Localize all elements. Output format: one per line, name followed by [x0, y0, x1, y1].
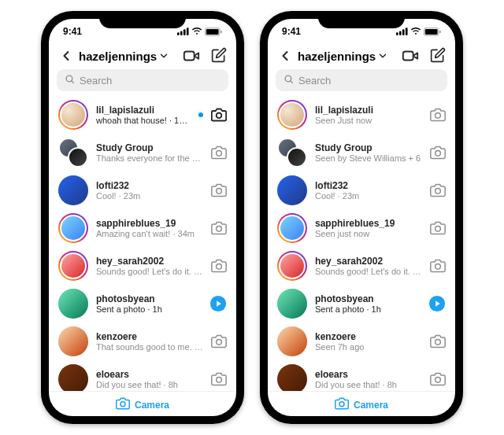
avatar[interactable]	[277, 100, 307, 130]
svg-rect-22	[399, 31, 402, 35]
thread-row[interactable]: lil_lapislazuli whoah that house! · 10m	[49, 96, 236, 134]
avatar[interactable]	[277, 175, 307, 205]
video-call-button[interactable]	[183, 47, 200, 65]
avatar[interactable]	[58, 289, 88, 319]
thread-preview: Thanks everyone for the help · 15m	[96, 153, 203, 163]
thread-list[interactable]: lil_lapislazuli Seen Just now Study Grou…	[268, 96, 455, 391]
battery-icon	[424, 28, 441, 36]
thread-preview: Sounds good! Let's do it. · 45m	[96, 267, 203, 276]
play-icon[interactable]	[209, 295, 227, 312]
account-switcher[interactable]: hazeljennings	[298, 50, 388, 63]
avatar[interactable]	[58, 138, 88, 168]
thread-row[interactable]: photosbyean Sent a photo · 1h	[268, 285, 455, 323]
svg-rect-27	[439, 30, 440, 33]
svg-point-33	[435, 151, 441, 157]
avatar[interactable]	[277, 138, 307, 168]
status-time: 9:41	[63, 26, 82, 37]
thread-row[interactable]: kenzoere That sounds good to me. · 6h	[49, 323, 236, 360]
thread-row[interactable]: Study Group Seen by Steve Williams + 6	[268, 134, 455, 171]
svg-rect-21	[396, 32, 398, 35]
camera-icon[interactable]	[430, 145, 446, 160]
thread-row[interactable]: sapphireblues_19 Amazing can't wait! · 3…	[49, 209, 236, 247]
thread-row[interactable]: eloears Did you see that! · 8h	[49, 360, 236, 391]
thread-row[interactable]: sapphireblues_19 Seen just now	[268, 209, 455, 247]
avatar[interactable]	[58, 100, 88, 130]
thread-row[interactable]: lofti232 Cool! · 23m	[49, 171, 236, 209]
notch	[318, 11, 405, 28]
search-input[interactable]: Search	[276, 69, 447, 91]
camera-icon[interactable]	[430, 182, 446, 198]
phone-frame: 9:41 hazeljennings	[41, 11, 244, 424]
thread-list[interactable]: lil_lapislazuli whoah that house! · 10m …	[49, 96, 236, 391]
svg-rect-2	[183, 29, 186, 35]
avatar[interactable]	[277, 364, 307, 391]
thread-preview: Did you see that! · 8h	[315, 380, 422, 389]
thread-row[interactable]: lil_lapislazuli Seen Just now	[268, 96, 455, 134]
thread-row[interactable]: hey_sarah2002 Sounds good! Let's do it. …	[49, 247, 236, 285]
thread-preview: Did you see that! · 8h	[96, 380, 203, 389]
thread-row[interactable]: kenzoere Seen 7h ago	[268, 323, 455, 360]
compose-button[interactable]	[430, 47, 446, 65]
camera-icon[interactable]	[430, 220, 446, 236]
compose-button[interactable]	[211, 47, 227, 65]
thread-row[interactable]: Study Group Thanks everyone for the help…	[49, 134, 236, 171]
thread-row[interactable]: hey_sarah2002 Sounds good! Let's do it. …	[268, 247, 455, 285]
account-name: hazeljennings	[298, 50, 376, 63]
thread-preview: Sent a photo · 1h	[315, 304, 421, 314]
camera-icon[interactable]	[430, 371, 446, 387]
camera-icon[interactable]	[211, 334, 227, 349]
thread-row[interactable]: photosbyean Sent a photo · 1h	[49, 285, 236, 323]
account-switcher[interactable]: hazeljennings	[79, 50, 169, 63]
camera-icon[interactable]	[211, 107, 227, 123]
thread-name: lofti232	[315, 180, 422, 191]
svg-rect-6	[220, 30, 221, 33]
search-placeholder: Search	[298, 75, 331, 87]
avatar[interactable]	[58, 213, 88, 243]
camera-label: Camera	[354, 400, 388, 411]
back-button[interactable]	[277, 48, 293, 64]
svg-point-12	[217, 151, 222, 157]
camera-button[interactable]: Camera	[49, 391, 236, 416]
thread-preview: Seen by Steve Williams + 6	[315, 153, 422, 163]
avatar[interactable]	[58, 364, 88, 391]
thread-preview: whoah that house! · 10m	[96, 116, 191, 125]
wifi-icon	[410, 28, 421, 35]
avatar[interactable]	[277, 289, 307, 319]
thread-name: lil_lapislazuli	[315, 105, 422, 116]
wifi-icon	[191, 28, 202, 35]
camera-icon[interactable]	[430, 258, 446, 274]
avatar[interactable]	[58, 251, 88, 281]
play-icon[interactable]	[428, 295, 446, 312]
svg-rect-26	[425, 28, 438, 34]
thread-name: eloears	[96, 369, 203, 380]
thread-row[interactable]: eloears Did you see that! · 8h	[268, 360, 455, 391]
thread-name: kenzoere	[315, 331, 422, 342]
camera-icon	[116, 396, 130, 413]
svg-rect-5	[206, 28, 219, 34]
svg-point-13	[217, 189, 222, 194]
svg-rect-24	[406, 28, 408, 35]
avatar[interactable]	[58, 175, 88, 205]
camera-icon[interactable]	[211, 220, 227, 236]
camera-icon[interactable]	[211, 258, 227, 274]
video-call-button[interactable]	[402, 47, 419, 65]
chevron-down-icon	[377, 50, 388, 61]
avatar[interactable]	[277, 213, 307, 243]
avatar[interactable]	[58, 326, 88, 356]
camera-icon[interactable]	[211, 371, 227, 387]
search-input[interactable]: Search	[57, 69, 228, 91]
svg-point-34	[435, 189, 441, 194]
camera-button[interactable]: Camera	[268, 391, 455, 416]
avatar[interactable]	[277, 326, 307, 356]
camera-icon[interactable]	[211, 182, 227, 198]
svg-line-31	[291, 81, 293, 83]
dm-header: hazeljennings	[268, 44, 455, 69]
svg-point-32	[435, 113, 441, 119]
avatar[interactable]	[277, 251, 307, 281]
thread-row[interactable]: lofti232 Cool! · 23m	[268, 171, 455, 209]
camera-icon[interactable]	[211, 145, 227, 160]
camera-icon[interactable]	[430, 107, 446, 123]
camera-icon[interactable]	[430, 334, 446, 349]
back-button[interactable]	[58, 48, 74, 64]
svg-point-19	[217, 378, 222, 383]
